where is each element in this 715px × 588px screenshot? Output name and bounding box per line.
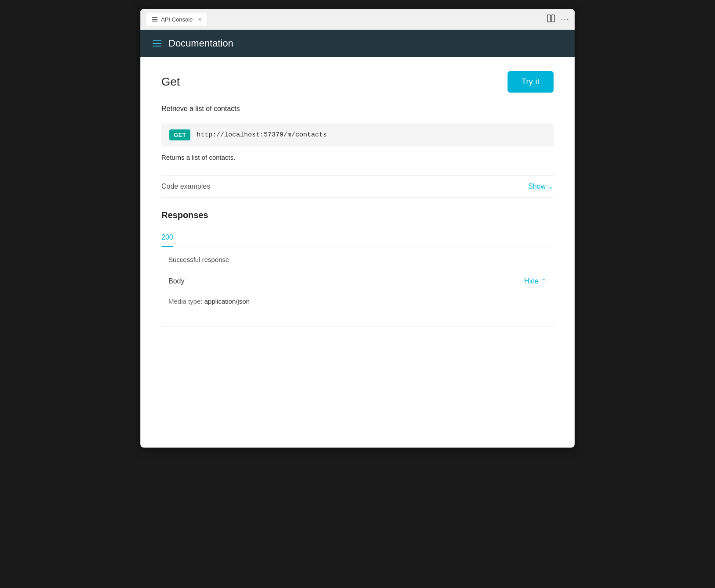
bottom-divider [161, 326, 554, 326]
method-badge: GET [169, 129, 190, 140]
chevron-down-icon: ⌄ [548, 183, 554, 190]
tab-close-button[interactable]: × [198, 16, 201, 23]
responses-heading: Responses [161, 210, 554, 220]
chevron-up-icon: ⌃ [541, 278, 547, 285]
body-row: Body Hide ⌃ [161, 272, 554, 290]
app-title: Documentation [168, 38, 233, 49]
browser-controls: ··· [547, 14, 569, 25]
code-examples-label: Code examples [161, 183, 210, 190]
tab-title: API Console [161, 16, 193, 23]
split-view-icon[interactable] [547, 14, 555, 25]
media-type-value: application/json [204, 298, 250, 305]
description: Retrieve a list of contacts [161, 105, 554, 113]
media-type-label: Media type: [168, 298, 203, 305]
tab-menu-icon [152, 17, 157, 22]
app-header: Documentation [140, 30, 575, 57]
page-heading: Get [161, 75, 180, 89]
try-it-button[interactable]: Try it [508, 71, 554, 93]
media-type-row: Media type: application/json [161, 290, 554, 312]
hide-label: Hide [524, 277, 539, 285]
url-bar: GET http://localhost:57379/m/contacts [161, 123, 554, 147]
response-tabs: 200 [161, 229, 554, 247]
hamburger-icon[interactable] [153, 40, 161, 47]
show-label: Show [528, 183, 546, 190]
code-examples-section: Code examples Show ⌄ [161, 175, 554, 198]
more-options-icon[interactable]: ··· [561, 14, 569, 24]
page-header: Get Try it [161, 71, 554, 93]
main-content: Get Try it Retrieve a list of contacts G… [140, 57, 575, 341]
active-tab[interactable]: API Console × [146, 13, 208, 25]
hide-body-button[interactable]: Hide ⌃ [524, 277, 547, 285]
svg-rect-1 [551, 15, 554, 22]
browser-chrome: API Console × ··· [140, 9, 575, 30]
show-code-examples-button[interactable]: Show ⌄ [528, 183, 554, 190]
body-label: Body [168, 277, 184, 285]
tab-200[interactable]: 200 [161, 229, 173, 247]
browser-window: API Console × ··· Documentation Get [140, 9, 575, 448]
svg-rect-0 [547, 15, 551, 22]
returns-text: Returns a list of contacts. [161, 154, 554, 161]
url-text: http://localhost:57379/m/contacts [197, 131, 327, 139]
tab-area: API Console × [146, 13, 547, 25]
successful-response-label: Successful response [161, 256, 554, 263]
